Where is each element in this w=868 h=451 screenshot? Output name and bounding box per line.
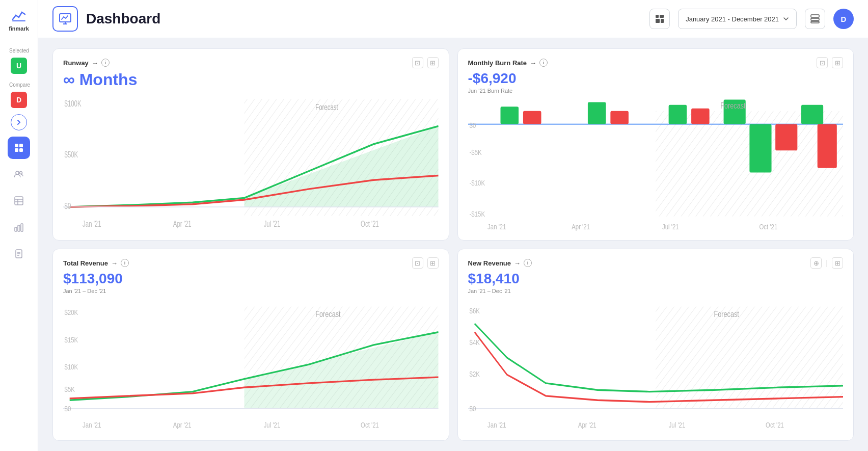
svg-rect-22 [660,15,664,18]
selected-label: Selected [0,48,29,54]
sidebar-item-chart[interactable] [8,216,30,238]
runway-info-icon[interactable]: i [101,59,110,67]
sidebar-item-team[interactable] [8,163,30,185]
svg-text:$6K: $6K [469,307,479,315]
svg-text:Oct '21: Oct '21 [361,420,379,429]
compare-avatar[interactable]: D [11,92,27,108]
svg-text:Jul '21: Jul '21 [662,223,679,231]
compare-label: Compare [0,82,30,88]
header: Dashboard January 2021 - December 2021 [38,0,868,38]
svg-rect-48 [691,109,710,124]
burn-rate-value: -$6,920 [468,70,844,87]
svg-rect-78 [656,307,843,409]
svg-text:$10K: $10K [65,363,78,372]
svg-text:-$5K: -$5K [469,148,481,156]
svg-text:Forecast: Forecast [315,102,338,112]
runway-expand-btn[interactable]: ⊡ [412,57,423,68]
runway-arrow: → [92,59,98,67]
sidebar-item-docs[interactable] [8,243,30,265]
new-revenue-divider: | [826,259,828,267]
burn-rate-download-btn[interactable]: ⊞ [832,57,843,68]
total-revenue-download-btn[interactable]: ⊞ [427,257,439,269]
svg-rect-26 [811,18,819,20]
dashboard-header-icon [52,6,78,32]
svg-text:$5K: $5K [65,385,75,393]
dashboard-grid: Runway → i ⊡ ⊞ ∞ Months [38,38,868,451]
new-revenue-value: $18,410 [468,271,844,287]
burn-rate-actions: ⊡ ⊞ [817,57,843,68]
svg-text:Jul '21: Jul '21 [668,420,685,429]
total-revenue-actions: ⊡ ⊞ [412,257,439,269]
svg-text:Jan '21: Jan '21 [83,219,101,228]
user-avatar[interactable]: D [833,9,854,29]
svg-rect-21 [656,15,659,18]
svg-rect-1 [15,144,18,147]
total-revenue-expand-btn[interactable]: ⊡ [412,257,423,269]
svg-text:Forecast: Forecast [315,309,340,319]
burn-rate-info-icon[interactable]: i [539,59,548,67]
svg-rect-53 [817,124,836,168]
grid-icon [655,14,664,23]
svg-text:Apr '21: Apr '21 [578,420,596,429]
svg-text:$0: $0 [65,404,71,413]
sidebar-item-dashboard[interactable] [8,137,30,159]
svg-text:Apr '21: Apr '21 [572,223,590,231]
runway-actions: ⊡ ⊞ [412,57,439,68]
app-name: finmark [9,25,29,32]
burn-rate-chart: $0 -$5K -$10K -$15K Forecast Jan '21 Apr… [468,98,844,234]
new-revenue-title: New Revenue [468,259,511,267]
svg-text:Jan '21: Jan '21 [83,420,101,429]
svg-rect-24 [661,19,664,23]
svg-text:$15K: $15K [65,335,78,344]
svg-text:Jul '21: Jul '21 [264,420,281,429]
svg-rect-2 [19,144,23,147]
burn-rate-card: Monthly Burn Rate → i ⊡ ⊞ -$6,920 Jun '2… [457,48,854,241]
svg-point-6 [20,172,22,174]
svg-text:-$15K: -$15K [469,209,484,218]
main-content: Dashboard January 2021 - December 2021 [38,0,868,451]
total-revenue-arrow: → [111,259,118,267]
svg-text:$100K: $100K [65,99,82,108]
svg-text:$0: $0 [469,121,476,129]
document-icon [14,249,24,259]
table-icon [14,196,24,206]
svg-rect-45 [587,102,606,124]
total-revenue-subtitle: Jan '21 – Dec '21 [63,288,439,294]
sidebar-item-table[interactable] [8,190,30,212]
svg-text:$2K: $2K [469,369,479,378]
svg-text:$20K: $20K [65,308,78,317]
sidebar: finmark Selected U Compare D [0,0,38,451]
new-revenue-info-icon[interactable]: i [524,259,532,267]
new-revenue-download-btn[interactable]: ⊞ [832,257,843,269]
burn-rate-arrow: → [530,59,536,67]
svg-rect-11 [15,227,17,231]
svg-text:$0: $0 [469,404,476,413]
svg-rect-27 [811,21,819,23]
arrow-right-icon [15,119,22,126]
svg-text:Jan '21: Jan '21 [487,420,506,429]
svg-text:Oct '21: Oct '21 [759,223,777,231]
logo-icon [11,8,27,24]
svg-text:$4K: $4K [469,338,479,347]
grid-view-button[interactable] [649,9,670,29]
total-revenue-info-icon[interactable]: i [121,259,129,267]
new-revenue-card: New Revenue → i ⊕ | ⊞ $18,410 Jan '21 – … [457,249,854,441]
svg-rect-44 [523,111,541,124]
date-range-picker[interactable]: January 2021 - December 2021 [678,9,797,29]
svg-rect-7 [15,197,23,205]
svg-text:Forecast: Forecast [714,309,739,319]
svg-rect-47 [668,105,687,124]
runway-download-btn[interactable]: ⊞ [427,57,439,68]
table-view-button[interactable] [805,9,825,29]
total-revenue-chart: $20K $15K $10K $5K $0 Forecast Jan '21 A… [63,298,439,434]
selected-avatar[interactable]: U [11,58,27,74]
total-revenue-value: $113,090 [63,271,439,287]
svg-text:Jan '21: Jan '21 [487,223,506,231]
new-revenue-circle-btn[interactable]: ⊕ [810,257,822,269]
svg-text:Apr '21: Apr '21 [173,219,192,228]
svg-rect-50 [749,124,771,173]
burn-rate-expand-btn[interactable]: ⊡ [817,57,828,68]
total-revenue-title: Total Revenue [63,259,108,267]
expand-button[interactable] [11,114,27,130]
svg-text:$0: $0 [65,201,71,210]
